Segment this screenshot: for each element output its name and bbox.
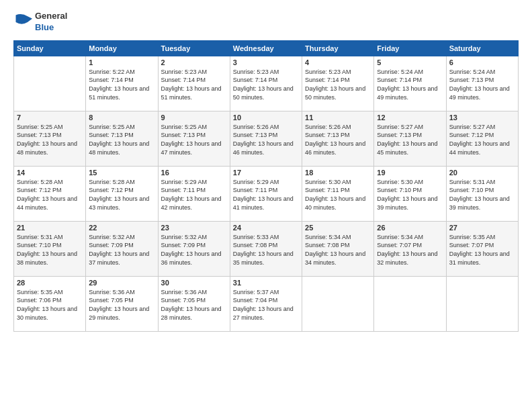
sunrise-text: Sunrise: 5:32 AM xyxy=(161,233,227,242)
daylight-text: Daylight: 13 hours and 49 minutes. xyxy=(377,85,443,101)
calendar-cell: 16 Sunrise: 5:29 AM Sunset: 7:11 PM Dayl… xyxy=(158,166,230,221)
page-container: General Blue Sunday Monday Tuesday Wedne… xyxy=(0,0,532,338)
sunrise-text: Sunrise: 5:28 AM xyxy=(89,178,154,187)
daylight-text: Daylight: 13 hours and 31 minutes. xyxy=(449,250,515,267)
sunrise-text: Sunrise: 5:23 AM xyxy=(161,68,227,77)
sunset-text: Sunset: 7:08 PM xyxy=(233,241,299,250)
calendar-cell: 9 Sunrise: 5:25 AM Sunset: 7:13 PM Dayli… xyxy=(158,111,230,166)
day-number: 10 xyxy=(233,113,299,122)
sunset-text: Sunset: 7:14 PM xyxy=(305,76,371,85)
calendar-cell: 27 Sunrise: 5:35 AM Sunset: 7:07 PM Dayl… xyxy=(446,221,518,276)
cell-info: Sunrise: 5:25 AM Sunset: 7:13 PM Dayligh… xyxy=(161,123,227,156)
logo: General Blue xyxy=(13,11,67,34)
day-number: 30 xyxy=(161,279,227,287)
sunset-text: Sunset: 7:11 PM xyxy=(305,186,371,195)
sunset-text: Sunset: 7:09 PM xyxy=(89,241,154,250)
cell-info: Sunrise: 5:32 AM Sunset: 7:09 PM Dayligh… xyxy=(89,233,154,267)
cell-info: Sunrise: 5:31 AM Sunset: 7:10 PM Dayligh… xyxy=(449,178,515,212)
daylight-text: Daylight: 13 hours and 36 minutes. xyxy=(161,250,227,267)
calendar-week-1: 1 Sunrise: 5:22 AM Sunset: 7:14 PM Dayli… xyxy=(14,56,519,111)
day-number: 28 xyxy=(17,279,83,287)
sunrise-text: Sunrise: 5:24 AM xyxy=(377,68,443,77)
calendar-table: Sunday Monday Tuesday Wednesday Thursday… xyxy=(13,40,519,332)
daylight-text: Daylight: 13 hours and 46 minutes. xyxy=(305,140,371,156)
day-number: 1 xyxy=(89,58,154,66)
cell-info: Sunrise: 5:23 AM Sunset: 7:14 PM Dayligh… xyxy=(161,68,227,101)
sunrise-text: Sunrise: 5:27 AM xyxy=(377,123,443,132)
sunrise-text: Sunrise: 5:23 AM xyxy=(233,68,299,77)
daylight-text: Daylight: 13 hours and 50 minutes. xyxy=(233,85,299,101)
sunrise-text: Sunrise: 5:22 AM xyxy=(89,68,154,77)
sunset-text: Sunset: 7:06 PM xyxy=(17,296,83,305)
day-number: 19 xyxy=(377,169,443,177)
day-number: 26 xyxy=(377,224,443,232)
calendar-cell: 5 Sunrise: 5:24 AM Sunset: 7:14 PM Dayli… xyxy=(374,56,446,111)
page-header: General Blue xyxy=(13,11,519,34)
daylight-text: Daylight: 13 hours and 38 minutes. xyxy=(17,250,83,267)
header-saturday: Saturday xyxy=(446,40,518,56)
calendar-cell: 3 Sunrise: 5:23 AM Sunset: 7:14 PM Dayli… xyxy=(230,56,302,111)
sunset-text: Sunset: 7:12 PM xyxy=(449,131,515,140)
logo-blue: Blue xyxy=(35,22,67,34)
day-number: 15 xyxy=(89,169,154,177)
cell-info: Sunrise: 5:35 AM Sunset: 7:06 PM Dayligh… xyxy=(17,288,83,322)
cell-info: Sunrise: 5:34 AM Sunset: 7:08 PM Dayligh… xyxy=(305,233,371,267)
cell-info: Sunrise: 5:24 AM Sunset: 7:14 PM Dayligh… xyxy=(377,68,443,101)
calendar-cell: 23 Sunrise: 5:32 AM Sunset: 7:09 PM Dayl… xyxy=(158,221,230,276)
sunrise-text: Sunrise: 5:26 AM xyxy=(305,123,371,132)
sunrise-text: Sunrise: 5:23 AM xyxy=(305,68,371,77)
sunset-text: Sunset: 7:05 PM xyxy=(89,296,154,305)
calendar-cell: 12 Sunrise: 5:27 AM Sunset: 7:13 PM Dayl… xyxy=(374,111,446,166)
cell-info: Sunrise: 5:27 AM Sunset: 7:13 PM Dayligh… xyxy=(377,123,443,156)
header-row: Sunday Monday Tuesday Wednesday Thursday… xyxy=(14,40,519,56)
calendar-cell: 24 Sunrise: 5:33 AM Sunset: 7:08 PM Dayl… xyxy=(230,221,302,276)
daylight-text: Daylight: 13 hours and 40 minutes. xyxy=(305,195,371,212)
cell-info: Sunrise: 5:24 AM Sunset: 7:13 PM Dayligh… xyxy=(449,68,515,101)
daylight-text: Daylight: 13 hours and 47 minutes. xyxy=(161,140,227,156)
sunrise-text: Sunrise: 5:31 AM xyxy=(449,178,515,187)
sunrise-text: Sunrise: 5:28 AM xyxy=(17,178,83,187)
sunset-text: Sunset: 7:13 PM xyxy=(305,131,371,140)
cell-info: Sunrise: 5:28 AM Sunset: 7:12 PM Dayligh… xyxy=(17,178,83,212)
daylight-text: Daylight: 13 hours and 43 minutes. xyxy=(89,195,154,212)
cell-info: Sunrise: 5:23 AM Sunset: 7:14 PM Dayligh… xyxy=(305,68,371,101)
calendar-week-3: 14 Sunrise: 5:28 AM Sunset: 7:12 PM Dayl… xyxy=(14,166,519,221)
cell-info: Sunrise: 5:28 AM Sunset: 7:12 PM Dayligh… xyxy=(89,178,154,212)
daylight-text: Daylight: 13 hours and 49 minutes. xyxy=(449,85,515,101)
sunrise-text: Sunrise: 5:25 AM xyxy=(161,123,227,132)
calendar-cell: 29 Sunrise: 5:36 AM Sunset: 7:05 PM Dayl… xyxy=(86,276,158,331)
calendar-cell: 21 Sunrise: 5:31 AM Sunset: 7:10 PM Dayl… xyxy=(14,221,86,276)
header-sunday: Sunday xyxy=(14,40,86,56)
daylight-text: Daylight: 13 hours and 39 minutes. xyxy=(377,195,443,212)
calendar-cell: 19 Sunrise: 5:30 AM Sunset: 7:10 PM Dayl… xyxy=(374,166,446,221)
calendar-cell: 8 Sunrise: 5:25 AM Sunset: 7:13 PM Dayli… xyxy=(86,111,158,166)
daylight-text: Daylight: 13 hours and 37 minutes. xyxy=(89,250,154,267)
sunset-text: Sunset: 7:07 PM xyxy=(449,241,515,250)
cell-info: Sunrise: 5:34 AM Sunset: 7:07 PM Dayligh… xyxy=(377,233,443,267)
day-number: 4 xyxy=(305,58,371,66)
calendar-cell xyxy=(374,276,446,331)
sunset-text: Sunset: 7:13 PM xyxy=(17,131,83,140)
sunrise-text: Sunrise: 5:33 AM xyxy=(233,233,299,242)
daylight-text: Daylight: 13 hours and 28 minutes. xyxy=(161,305,227,322)
sunset-text: Sunset: 7:09 PM xyxy=(161,241,227,250)
day-number: 23 xyxy=(161,224,227,232)
calendar-cell xyxy=(446,276,518,331)
cell-info: Sunrise: 5:30 AM Sunset: 7:11 PM Dayligh… xyxy=(305,178,371,212)
sunrise-text: Sunrise: 5:31 AM xyxy=(17,233,83,242)
calendar-week-2: 7 Sunrise: 5:25 AM Sunset: 7:13 PM Dayli… xyxy=(14,111,519,166)
cell-info: Sunrise: 5:36 AM Sunset: 7:05 PM Dayligh… xyxy=(161,288,227,322)
sunset-text: Sunset: 7:14 PM xyxy=(233,76,299,85)
calendar-cell: 11 Sunrise: 5:26 AM Sunset: 7:13 PM Dayl… xyxy=(302,111,374,166)
calendar-cell: 4 Sunrise: 5:23 AM Sunset: 7:14 PM Dayli… xyxy=(302,56,374,111)
day-number: 29 xyxy=(89,279,154,287)
sunrise-text: Sunrise: 5:35 AM xyxy=(17,288,83,297)
sunset-text: Sunset: 7:13 PM xyxy=(233,131,299,140)
cell-info: Sunrise: 5:37 AM Sunset: 7:04 PM Dayligh… xyxy=(233,288,299,322)
day-number: 31 xyxy=(233,279,299,287)
daylight-text: Daylight: 13 hours and 29 minutes. xyxy=(89,305,154,322)
cell-info: Sunrise: 5:26 AM Sunset: 7:13 PM Dayligh… xyxy=(233,123,299,156)
calendar-cell: 22 Sunrise: 5:32 AM Sunset: 7:09 PM Dayl… xyxy=(86,221,158,276)
calendar-cell: 18 Sunrise: 5:30 AM Sunset: 7:11 PM Dayl… xyxy=(302,166,374,221)
daylight-text: Daylight: 13 hours and 45 minutes. xyxy=(377,140,443,156)
